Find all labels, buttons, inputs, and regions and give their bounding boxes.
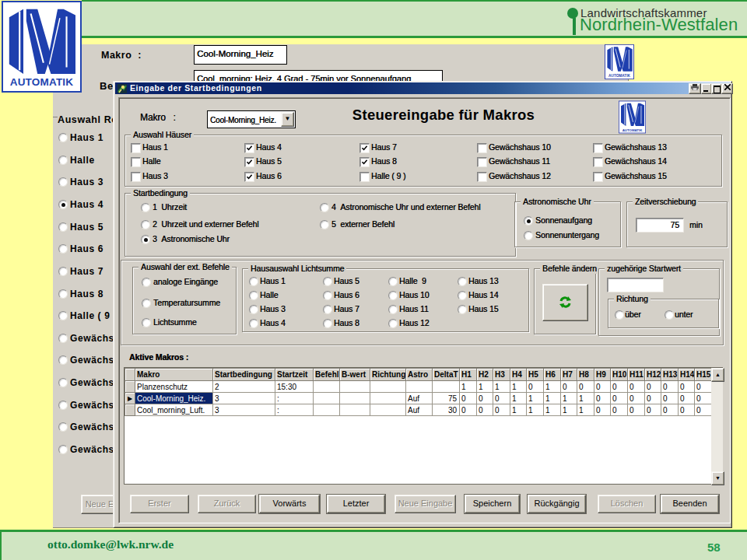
svg-text:AUTOMATIK: AUTOMATIK <box>608 74 630 78</box>
